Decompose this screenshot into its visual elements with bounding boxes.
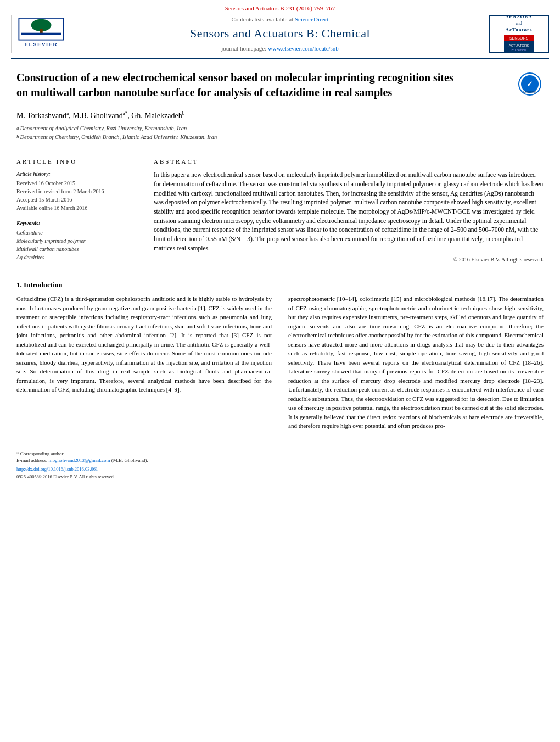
- affiliation-b: b Department of Chemistry, Omidieh Branc…: [16, 133, 544, 142]
- intro-left-para: Ceftazidime (CFZ) is a third-generation …: [16, 294, 272, 394]
- citation-line: Sensors and Actuators B 231 (2016) 759–7…: [11, 4, 549, 13]
- crossmark-logo: ✓ CrossMark: [516, 70, 544, 98]
- elsevier-logo: ELSEVIER: [11, 15, 71, 53]
- elsevier-logo-svg: ELSEVIER: [16, 18, 66, 51]
- intro-right-para: spectrophotometric [10–14], colorimetric…: [288, 294, 544, 431]
- section-title: 1. Introduction: [16, 280, 544, 290]
- revised-date: Received in revised form 2 March 2016: [16, 188, 137, 196]
- svg-text:SENSORS: SENSORS: [509, 36, 528, 40]
- abstract-paragraph: In this paper a new electrochemical sens…: [154, 170, 544, 253]
- keyword-3: Multiwall carbon nanotubes: [16, 246, 137, 253]
- svg-text:ACTUATORS: ACTUATORS: [508, 44, 528, 47]
- introduction-section: 1. Introduction Ceftazidime (CFZ) is a t…: [0, 272, 560, 434]
- footer-copyright: 0925-4005/© 2016 Elsevier B.V. All right…: [16, 474, 544, 481]
- svg-rect-4: [21, 33, 61, 35]
- authors-section: M. Torkashvanda, M.B. Gholivanda*, Gh. M…: [0, 105, 560, 146]
- article-history: Article history: Received 16 October 201…: [16, 170, 137, 212]
- body-columns: Ceftazidime (CFZ) is a third-generation …: [16, 294, 544, 434]
- header-row: ELSEVIER Contents lists available at Sci…: [11, 15, 549, 53]
- available-date: Available online 16 March 2016: [16, 204, 137, 212]
- email-line: E-mail address: mbgholivand2013@gmail.co…: [16, 457, 544, 464]
- contents-available-text: Contents lists available at ScienceDirec…: [82, 15, 478, 24]
- keywords-label: Keywords:: [16, 220, 137, 227]
- accepted-date: Accepted 15 March 2016: [16, 196, 137, 204]
- actuators-label: AcTuators: [504, 26, 534, 34]
- sensors-and-label: and: [504, 20, 534, 26]
- received-date: Received 16 October 2015: [16, 180, 137, 187]
- article-title-section: Construction of a new electrochemical se…: [0, 59, 560, 105]
- abstract-text: In this paper a new electrochemical sens…: [154, 170, 544, 264]
- sensors-label: SENSORS: [504, 13, 534, 20]
- keyword-1: Ceftazidime: [16, 229, 137, 237]
- journal-homepage: journal homepage: www.elsevier.com/locat…: [82, 44, 478, 53]
- email-address[interactable]: mbgholivand2013@gmail.com: [48, 458, 110, 463]
- crossmark-svg: ✓ CrossMark: [518, 72, 542, 97]
- svg-text:CrossMark: CrossMark: [523, 90, 536, 93]
- svg-text:B: Chemical: B: Chemical: [511, 48, 526, 52]
- page: Sensors and Actuators B 231 (2016) 759–7…: [0, 0, 560, 742]
- doi-link[interactable]: http://dx.doi.org/10.1016/j.snb.2016.03.…: [16, 466, 544, 473]
- svg-text:✓: ✓: [527, 80, 533, 88]
- keyword-4: Ag dendrites: [16, 254, 137, 261]
- abstract-column: ABSTRACT In this paper a new electrochem…: [154, 158, 544, 264]
- article-info-column: ARTICLE INFO Article history: Received 1…: [16, 158, 137, 264]
- intro-left-column: Ceftazidime (CFZ) is a third-generation …: [16, 294, 272, 434]
- section-divider-1: [16, 152, 544, 152]
- header-center: Contents lists available at ScienceDirec…: [71, 15, 489, 53]
- corresponding-author-note: * Corresponding author.: [16, 450, 544, 458]
- abstract-label: ABSTRACT: [154, 158, 544, 166]
- citation-text: Sensors and Actuators B 231 (2016) 759–7…: [225, 5, 335, 12]
- journal-title: Sensors and Actuators B: Chemical: [82, 25, 478, 42]
- article-info-abstract: ARTICLE INFO Article history: Received 1…: [0, 158, 560, 264]
- footnote-line: [16, 448, 60, 448]
- footnote-area: * Corresponding author. E-mail address: …: [0, 442, 560, 481]
- affiliation-a: a Department of Analytical Chemistry, Ra…: [16, 125, 544, 133]
- article-info-label: ARTICLE INFO: [16, 158, 137, 166]
- authors: M. Torkashvanda, M.B. Gholivanda*, Gh. M…: [16, 110, 544, 121]
- copyright-text: © 2016 Elsevier B.V. All rights reserved…: [154, 256, 544, 264]
- intro-right-column: spectrophotometric [10–14], colorimetric…: [288, 294, 544, 434]
- keywords-block: Keywords: Ceftazidime Molecularly imprin…: [16, 220, 137, 261]
- keyword-2: Molecularly imprinted polymer: [16, 237, 137, 245]
- affiliations: a Department of Analytical Chemistry, Ra…: [16, 125, 544, 142]
- article-title: Construction of a new electrochemical se…: [16, 70, 467, 100]
- journal-homepage-link[interactable]: www.elsevier.com/locate/snb: [268, 45, 339, 52]
- sensors-logo-graphic: SENSORS ACTUATORS B: Chemical: [504, 35, 534, 52]
- svg-text:ELSEVIER: ELSEVIER: [25, 42, 58, 47]
- sensors-actuators-logo: SENSORS and AcTuators SENSORS ACTUATORS …: [489, 15, 549, 53]
- history-label: Article history:: [16, 170, 137, 178]
- journal-header: Sensors and Actuators B 231 (2016) 759–7…: [0, 0, 560, 58]
